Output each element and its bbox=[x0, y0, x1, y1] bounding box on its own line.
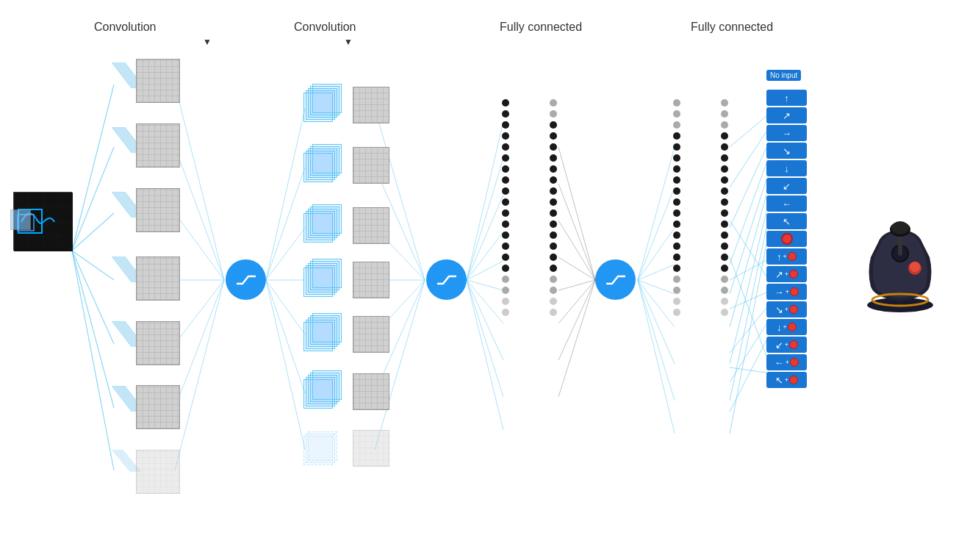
conv2-feat-4 bbox=[353, 262, 389, 298]
conv1-feat-3 bbox=[136, 188, 180, 232]
output-up[interactable]: ↑ bbox=[766, 90, 807, 106]
output-down-right[interactable]: ↘ bbox=[766, 143, 807, 159]
conv2-stack-7 bbox=[303, 430, 344, 470]
output-fire[interactable] bbox=[766, 231, 807, 247]
fc1-col2 bbox=[550, 96, 557, 320]
output-downright-fire[interactable]: ↘ + bbox=[766, 301, 807, 317]
output-left[interactable]: ← bbox=[766, 195, 807, 212]
svg-line-37 bbox=[467, 280, 503, 430]
svg-line-51 bbox=[638, 280, 675, 327]
output-up-fire[interactable]: ↑ + bbox=[766, 248, 807, 265]
svg-line-71 bbox=[730, 367, 766, 373]
svg-line-50 bbox=[638, 280, 675, 294]
conv2-stack-3 bbox=[303, 207, 344, 248]
svg-line-35 bbox=[467, 280, 503, 360]
conv2-feat-7 bbox=[353, 430, 389, 467]
svg-line-12 bbox=[175, 280, 224, 408]
svg-line-30 bbox=[467, 195, 503, 280]
svg-line-67 bbox=[730, 308, 766, 353]
svg-line-48 bbox=[638, 228, 675, 280]
svg-line-21 bbox=[375, 109, 425, 280]
svg-line-69 bbox=[730, 340, 766, 412]
svg-line-57 bbox=[730, 148, 766, 228]
svg-line-56 bbox=[730, 132, 766, 187]
conv1-feat-4 bbox=[136, 256, 180, 301]
conv2-stack-1 bbox=[303, 87, 344, 127]
output-up-right[interactable]: ↗ bbox=[766, 107, 807, 123]
svg-line-70 bbox=[730, 257, 766, 356]
output-right-fire[interactable]: → + bbox=[766, 284, 807, 300]
svg-line-46 bbox=[638, 147, 675, 280]
output-panel: No input ↑ ↗ → ↘ ↓ ↙ ← ↖ bbox=[766, 88, 807, 390]
svg-line-65 bbox=[730, 220, 766, 276]
svg-line-66 bbox=[730, 292, 766, 309]
svg-line-9 bbox=[175, 213, 224, 280]
fc2-label: Fully connected bbox=[691, 21, 773, 34]
output-upleft-fire[interactable]: ↖ + bbox=[766, 372, 807, 388]
svg-line-1 bbox=[72, 147, 114, 251]
conv1-feat-5 bbox=[136, 321, 180, 365]
conv2-arrow: ▼ bbox=[344, 37, 353, 47]
svg-line-15 bbox=[266, 168, 305, 280]
svg-line-60 bbox=[730, 195, 766, 327]
svg-line-38 bbox=[558, 147, 595, 280]
conv1-label: Convolution bbox=[94, 21, 157, 34]
svg-line-61 bbox=[730, 212, 766, 364]
conv2-stack-4 bbox=[303, 262, 344, 302]
svg-line-45 bbox=[558, 280, 595, 397]
fire-dot-small bbox=[788, 252, 797, 261]
conv2-feat-2 bbox=[353, 147, 389, 184]
svg-line-64 bbox=[730, 260, 766, 280]
svg-line-27 bbox=[375, 280, 425, 450]
svg-line-5 bbox=[72, 251, 114, 408]
conv2-stack-5 bbox=[303, 316, 344, 356]
svg-line-29 bbox=[467, 158, 503, 280]
svg-line-28 bbox=[467, 121, 503, 280]
output-down-fire[interactable]: ↓ + bbox=[766, 319, 807, 335]
no-input-badge: No input bbox=[766, 70, 801, 81]
output-right[interactable]: → bbox=[766, 125, 807, 141]
svg-line-13 bbox=[175, 280, 224, 470]
conv1-arrow: ▼ bbox=[203, 37, 212, 47]
svg-line-62 bbox=[730, 228, 766, 401]
conv2-stack-2 bbox=[303, 147, 344, 187]
svg-line-34 bbox=[467, 280, 503, 323]
output-down[interactable]: ↓ bbox=[766, 160, 807, 176]
fc1-label: Fully connected bbox=[500, 21, 582, 34]
svg-line-6 bbox=[72, 251, 114, 470]
svg-line-40 bbox=[558, 220, 595, 280]
svg-line-42 bbox=[558, 280, 595, 290]
svg-line-47 bbox=[638, 187, 675, 280]
svg-line-2 bbox=[72, 213, 114, 251]
main-diagram: Convolution Convolution Fully connected … bbox=[0, 0, 956, 560]
output-upright-fire[interactable]: ↗ + bbox=[766, 266, 807, 282]
svg-line-59 bbox=[730, 179, 766, 294]
svg-line-11 bbox=[175, 280, 224, 344]
svg-line-33 bbox=[467, 280, 503, 290]
conv2-feat-3 bbox=[353, 207, 389, 244]
svg-line-32 bbox=[467, 261, 503, 280]
input-small-indicator bbox=[10, 209, 31, 230]
output-left-fire[interactable]: ← + bbox=[766, 354, 807, 370]
svg-line-58 bbox=[730, 163, 766, 265]
svg-line-63 bbox=[730, 244, 766, 434]
conv2-feat-6 bbox=[353, 373, 389, 410]
svg-line-44 bbox=[558, 280, 595, 360]
svg-line-18 bbox=[266, 280, 305, 334]
fc1-col1 bbox=[502, 96, 509, 320]
conv1-feat-6 bbox=[136, 385, 180, 429]
svg-line-20 bbox=[266, 280, 305, 450]
conv1-feat-7 bbox=[136, 450, 180, 494]
svg-line-68 bbox=[730, 324, 766, 382]
svg-line-39 bbox=[558, 184, 595, 280]
svg-line-0 bbox=[72, 85, 114, 251]
svg-line-19 bbox=[266, 280, 305, 393]
output-up-left[interactable]: ↖ bbox=[766, 213, 807, 229]
output-down-left[interactable]: ↙ bbox=[766, 178, 807, 194]
conv1-feat-1 bbox=[136, 59, 180, 103]
output-downleft-fire[interactable]: ↙ + bbox=[766, 337, 807, 353]
svg-line-41 bbox=[558, 257, 595, 280]
joystick-image bbox=[860, 213, 941, 319]
conv2-feat-5 bbox=[353, 316, 389, 353]
svg-point-96 bbox=[910, 262, 920, 272]
